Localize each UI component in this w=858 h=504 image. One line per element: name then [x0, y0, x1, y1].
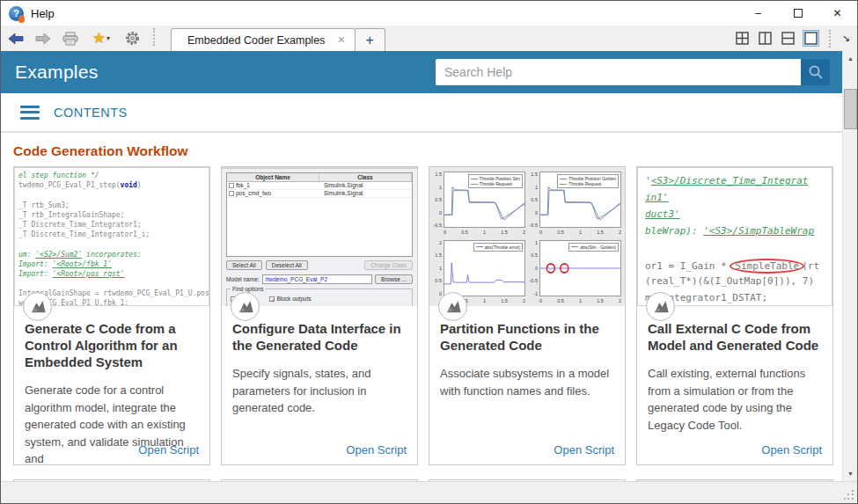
matlab-badge — [231, 292, 260, 321]
quad-layout-icon — [736, 32, 749, 45]
status-bar — [1, 481, 857, 503]
scroll-up-arrow-icon[interactable]: ▲ — [843, 51, 858, 66]
scrollbar-thumb[interactable] — [844, 89, 857, 129]
view-columns-button[interactable] — [757, 30, 774, 47]
contents-label[interactable]: CONTENTS — [54, 106, 128, 120]
card-title: Configure Data Interface in the Generate… — [222, 320, 417, 354]
new-tab-button[interactable]: + — [356, 28, 385, 51]
matlab-badge — [438, 292, 467, 321]
caret-down-icon: ▾ — [106, 34, 110, 42]
vertical-scrollbar[interactable]: ▲ ▼ — [842, 51, 857, 481]
forward-icon — [35, 33, 51, 45]
card-description: Specify signals, states, and parameters … — [222, 365, 417, 417]
columns-layout-icon — [759, 32, 772, 45]
browse-button: Browse ... — [375, 274, 413, 284]
model-name-field: rtwdemo_PCG_Eval_P2 — [262, 274, 373, 284]
select-all-button: Select All — [226, 260, 262, 270]
search-button[interactable] — [801, 59, 830, 85]
model-name-label: Model name: — [226, 276, 260, 282]
deselect-all-button: Deselect All — [266, 260, 308, 270]
scroll-down-arrow-icon[interactable]: ▼ — [843, 466, 858, 481]
examples-banner: Examples — [1, 51, 842, 93]
resize-grip[interactable] — [844, 490, 854, 500]
matlab-logo-icon — [28, 297, 48, 317]
gear-icon — [125, 31, 140, 46]
card-title: Generate C Code from a Control Algorithm… — [14, 320, 209, 370]
dialog-col-class: Class — [319, 173, 412, 181]
page-title: Examples — [15, 62, 99, 83]
card-thumbnail: Object Name Class fbk_1Simulink.Signalpo… — [222, 167, 417, 306]
card-description: Call existing, external functions from a… — [637, 365, 832, 434]
card-title: Call External C Code from Model and Gene… — [637, 320, 832, 354]
open-script-link[interactable]: Open Script — [346, 443, 407, 457]
matlab-badge — [646, 292, 675, 321]
printer-icon — [62, 32, 78, 46]
back-icon — [8, 33, 24, 45]
code-preview: '<S3>/Discrete_Time_Integratin1'duct3'bl… — [638, 168, 832, 306]
find-options-label: Find options — [231, 286, 265, 292]
section-heading: Code Generation Workflow — [13, 143, 842, 159]
close-button[interactable]: ✕ — [818, 1, 857, 26]
plot-throttle-golden: 1.510.50-0.5 Throttle Position GoldenThr… — [527, 170, 623, 237]
rows-layout-icon — [781, 32, 795, 45]
search-input[interactable] — [436, 59, 801, 85]
card-thumbnail: 1.510.50-0.5 Throttle Position SimThrott… — [429, 167, 625, 306]
dock-icon[interactable]: ↘ — [842, 33, 850, 44]
dialog-col-object-name: Object Name — [227, 173, 319, 181]
card-thumbnail: '<S3>/Discrete_Time_Integratin1'duct3'bl… — [637, 167, 832, 306]
matlab-logo-icon — [236, 297, 255, 317]
help-browser-window: ? Help – ✕ — [0, 0, 858, 504]
open-script-link[interactable]: Open Script — [554, 443, 614, 457]
dialog-rows: fbk_1Simulink.Signalpos_cmd_twoSimulink.… — [227, 182, 412, 198]
open-script-link[interactable]: Open Script — [138, 443, 199, 457]
dialog-preview: Object Name Class fbk_1Simulink.Signalpo… — [222, 167, 417, 306]
back-button[interactable] — [6, 29, 26, 48]
view-quad-button[interactable] — [734, 30, 751, 47]
tab-close-icon[interactable]: ✕ — [337, 34, 345, 46]
star-icon: ★ — [92, 31, 106, 46]
toolbar-separator — [829, 30, 831, 47]
card-configure-data-interface[interactable]: Object Name Class fbk_1Simulink.Signalpo… — [221, 166, 418, 465]
forward-button[interactable] — [33, 29, 53, 48]
hamburger-icon[interactable] — [20, 106, 40, 120]
maximize-button[interactable] — [778, 1, 818, 26]
card-thumbnail: el step function */twdemo_PCG_Eval_P1_st… — [14, 167, 209, 306]
card-generate-c-code[interactable]: el step function */twdemo_PCG_Eval_P1_st… — [13, 166, 210, 465]
card-call-external-c-code[interactable]: '<S3>/Discrete_Time_Integratin1'duct3'bl… — [636, 166, 833, 465]
cards-row: el step function */twdemo_PCG_Eval_P1_st… — [13, 166, 842, 465]
favorites-button[interactable]: ★▾ — [88, 29, 114, 48]
change-class-button: Change Class — [364, 260, 413, 270]
code-preview: el step function */twdemo_PCG_Eval_P1_st… — [15, 168, 209, 306]
tab-label: Embedded Coder Examples — [187, 34, 325, 47]
toolbar: ★▾ Embedded Coder Examples ✕ + — [1, 26, 857, 51]
toolbar-separator — [153, 28, 155, 46]
title-bar: ? Help – ✕ — [1, 1, 857, 26]
view-rows-button[interactable] — [780, 30, 796, 47]
tab-embedded-coder-examples[interactable]: Embedded Coder Examples ✕ — [171, 28, 356, 51]
minimize-button[interactable]: – — [738, 1, 778, 26]
single-layout-icon — [804, 32, 818, 45]
contents-bar: CONTENTS — [1, 93, 842, 133]
search-icon — [808, 64, 824, 80]
window-title: Help — [31, 7, 55, 20]
matlab-logo-icon — [444, 297, 463, 317]
card-partition-functions[interactable]: 1.510.50-0.5 Throttle Position SimThrott… — [429, 166, 626, 465]
page-body: Code Generation Workflow el step functio… — [1, 133, 842, 481]
card-description: Associate subsystems in a model with fun… — [429, 365, 625, 399]
matlab-badge — [23, 292, 52, 321]
plots-preview: 1.510.50-0.5 Throttle Position SimThrott… — [429, 167, 625, 306]
matlab-logo-icon — [651, 297, 671, 317]
plot-throttle-sim: 1.510.50-0.5 Throttle Position SimThrott… — [431, 170, 527, 237]
plus-icon: + — [365, 33, 373, 48]
maximize-icon — [794, 9, 803, 18]
print-button[interactable] — [61, 29, 80, 48]
card-title: Partition Functions in the Generated Cod… — [429, 320, 625, 354]
matlab-help-icon: ? — [9, 6, 24, 21]
plot-sim-vs-golden: 10.50-0.5-1 abs(Sim - Golden) — [527, 238, 623, 305]
settings-button[interactable] — [122, 29, 142, 48]
view-single-button[interactable] — [803, 30, 819, 47]
open-script-link[interactable]: Open Script — [761, 443, 822, 457]
